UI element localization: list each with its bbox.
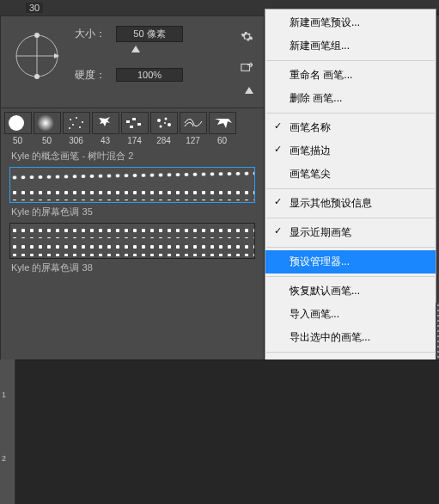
menu-new-group[interactable]: 新建画笔组... [265,34,436,58]
menu-delete[interactable]: 删除 画笔... [265,87,436,110]
menu-brush-tip[interactable]: 画笔笔尖 [265,163,436,186]
hardness-slider[interactable] [116,87,252,99]
brush-thumb[interactable]: 284 [149,112,178,145]
svg-point-14 [69,127,70,129]
brush-thumb[interactable]: 174 [120,112,149,145]
svg-point-10 [76,117,77,119]
brush-thumb[interactable]: 60 [208,112,236,145]
menu-separator [266,218,435,218]
brush-panel: 大小： 50 像素 硬度： 100% 50 [0,15,265,368]
brush-thumb[interactable]: 127 [179,112,207,145]
hardness-label: 硬度： [71,68,106,83]
svg-rect-17 [137,123,141,126]
gear-icon[interactable] [238,28,255,44]
svg-point-13 [79,126,81,128]
svg-point-21 [168,123,171,126]
stroke-caption: Kyle 的屏幕色调 35 [9,203,255,221]
svg-point-7 [9,115,24,131]
size-value[interactable]: 50 像素 [116,26,183,42]
menu-separator [266,113,435,114]
brush-thumb-row: 50 50 306 43 174 284 127 60 [1,108,264,145]
top-value: 30 [26,3,43,13]
svg-point-4 [34,74,40,79]
brush-thumb[interactable]: 306 [62,112,90,145]
size-slider[interactable] [116,46,252,58]
svg-rect-15 [126,120,130,123]
svg-point-11 [82,121,83,123]
svg-point-9 [70,119,71,120]
svg-point-19 [157,119,161,122]
svg-point-8 [37,114,54,132]
brush-thumb[interactable]: 50 [33,112,61,145]
menu-separator [266,247,435,248]
menu-show-info[interactable]: 显示其他预设信息 [265,192,436,215]
stroke-item[interactable]: Kyle 的屏幕色调 38 [9,223,255,277]
menu-preset-manager[interactable]: 预设管理器... [265,250,436,274]
stroke-caption-prev: Kyle 的概念画笔 - 树叶混合 2 [9,147,255,165]
size-label: 大小： [71,27,106,41]
stroke-caption: Kyle 的屏幕色调 38 [9,259,255,277]
canvas-area[interactable] [15,360,439,504]
menu-restore[interactable]: 恢复默认画笔... [265,280,436,303]
menu-rename[interactable]: 重命名 画笔... [265,64,436,87]
menu-separator [266,60,435,61]
svg-rect-16 [132,118,136,120]
svg-rect-18 [130,126,133,128]
svg-point-3 [34,33,40,38]
menu-brush-stroke[interactable]: 画笔描边 [265,139,436,163]
right-dotted-strip [436,303,439,363]
menu-new-preset[interactable]: 新建画笔预设... [265,11,436,34]
svg-point-12 [72,124,74,126]
brush-angle-preview[interactable] [9,28,64,83]
menu-separator [266,188,435,189]
stroke-item[interactable]: Kyle 的屏幕色调 35 [9,167,255,221]
svg-point-23 [164,122,166,124]
menu-export[interactable]: 导出选中的画笔... [265,326,436,349]
svg-point-20 [164,118,167,120]
menu-import[interactable]: 导入画笔... [265,303,436,326]
menu-separator [266,276,435,277]
menu-separator [266,352,435,353]
menu-show-recent[interactable]: 显示近期画笔 [265,221,436,244]
vertical-ruler: 1 2 [0,360,15,504]
hardness-value[interactable]: 100% [116,68,183,82]
menu-brush-name[interactable]: 画笔名称 [265,116,436,139]
brush-thumb[interactable]: 43 [91,112,119,145]
brush-stroke-list: Kyle 的概念画笔 - 树叶混合 2 Kyle 的屏幕色调 35 Kyle 的… [1,145,264,279]
svg-point-22 [159,126,162,128]
svg-marker-5 [54,53,59,58]
brush-thumb[interactable]: 50 [3,112,32,145]
arrow-icon[interactable] [238,59,255,75]
